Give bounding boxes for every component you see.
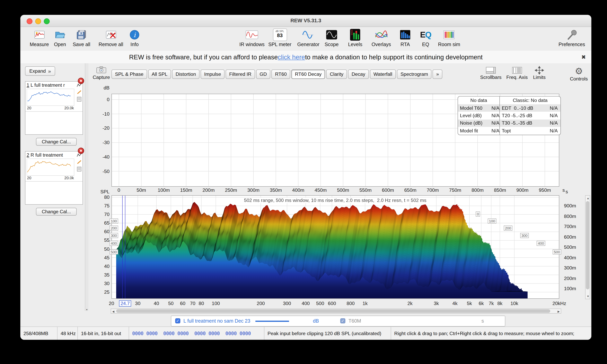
measurements-sidebar: Expand » ✖1 L full treatment r2020.0kCha… [24,63,88,315]
rta-button[interactable]: RTA [400,28,411,47]
freq-tick-5k: 5k [467,301,472,306]
freq-tick-50: 50 [168,301,174,306]
t60-axis-tick: 100m [564,286,576,291]
controls-button[interactable]: ⚙ Controls [568,66,590,82]
decay-xtick: 750m [449,187,461,193]
change-cal-button[interactable]: Change Cal... [36,208,77,216]
expand-button[interactable]: Expand » [25,66,55,76]
tab-all-spl[interactable]: All SPL [148,69,171,79]
limits-button[interactable]: Limits [530,66,549,80]
decay-xtick: 600m [382,187,394,193]
measurement-card[interactable]: ✖1 L full treatment r2020.0k [25,81,83,135]
tab-rt60[interactable]: RT60 [271,69,290,79]
freq-tick-80: 80 [199,301,204,306]
freq-tick-8k: 8k [497,301,502,306]
scroll-down-icon: ▼ [85,309,88,311]
open-folder-icon [55,28,66,41]
graph-tab-bar: SPL & PhaseAll SPLDistortionImpulseFilte… [111,69,442,79]
status-hint: Right click & drag to pan; Ctrl+Right cl… [391,327,591,340]
donation-link[interactable]: click here [278,53,305,61]
chevrons-right-icon: » [48,68,51,74]
tabs-overflow-button[interactable]: » [433,69,442,79]
scrollbars-toggle-button[interactable]: Scrollbars [479,66,503,80]
decay-ytick: -30 [102,140,110,145]
spl-ytick: 40 [104,263,110,269]
scroll-right-icon[interactable]: ▶ [558,309,560,314]
scroll-left-icon[interactable]: ◀ [112,309,114,314]
levels-button[interactable]: 0369 Levels [348,28,362,47]
spl-ytick: 60 [104,229,110,234]
t60-axis-tick: 500m [564,245,576,250]
measurement-title: 2 R full treatment [27,152,74,158]
decay-xtick: 700m [427,187,439,193]
room-sim-button[interactable]: Room sim [438,28,460,47]
t60-axis-unit: s [566,189,568,195]
measurement-card[interactable]: ✖2 R full treatment2020.0k [25,151,83,205]
ir-windows-button[interactable]: IR windows [239,28,265,47]
tab-decay[interactable]: Decay [348,69,369,79]
tab-spectrogram[interactable]: Spectrogram [397,69,432,79]
tab-clarity[interactable]: Clarity [326,69,347,79]
t60-axis-tick: 900m [564,203,576,208]
decay-ytick: -10 [102,111,110,117]
t60-axis-tick: 400m [564,255,576,260]
measurement-index: 2 [27,152,29,158]
hscroll-thumb[interactable] [116,309,550,313]
spl-ytick: 65 [104,221,110,226]
stats-label: Model T60 [458,105,486,111]
tab-spl-phase[interactable]: SPL & Phase [111,69,147,79]
remove-measurement-button[interactable]: ✖ [78,78,84,84]
legend-measurement-label[interactable]: L full treatment no sam Dec 23 [183,318,250,324]
vertical-scrollbar[interactable]: ▲ ▼ [585,195,590,299]
scroll-down-icon[interactable]: ▼ [587,294,589,298]
remove-all-button[interactable]: Remove all [98,28,123,47]
spl-ytick: 30 [104,281,110,286]
horizontal-scrollbar[interactable]: ◀ ▶ [111,309,561,314]
tab-rt60-decay[interactable]: RT60 Decay [291,69,325,79]
edit-icon[interactable] [77,160,82,164]
svg-text:★: ★ [35,31,38,35]
legend-t60m-label[interactable]: T60M [348,318,361,324]
freq-tick-6k: 6k [479,301,484,306]
freq-axis-button[interactable]: Freq. Axis [505,66,529,80]
tab-distortion[interactable]: Distortion [172,69,199,79]
tab-gd[interactable]: GD [256,69,270,79]
graph-legend: ✓ L full treatment no sam Dec 23 dB ✓ T6… [171,316,505,326]
tab-waterfall[interactable]: Waterfall [370,69,396,79]
expand-label: Expand [29,68,46,74]
notes-icon[interactable] [77,167,81,171]
scroll-up-icon[interactable]: ▲ [587,196,589,200]
edit-icon[interactable] [77,90,82,94]
preferences-button[interactable]: Preferences [558,28,585,47]
vscroll-thumb[interactable] [586,201,589,289]
banner-close-icon[interactable]: ✖ [581,54,586,60]
decay-xtick: 900m [516,187,529,193]
legend-checkbox-t60m[interactable]: ✓ [340,318,345,323]
capture-button[interactable]: Capture [90,66,113,80]
scope-button[interactable]: Scope [325,28,339,47]
spl-ytick: 50 [104,246,110,252]
stats-label: EDT 0..-10 dB [499,104,544,112]
decay-waterfall-plot[interactable] [111,195,559,299]
freq-tick-30: 30 [135,301,141,306]
tab-impulse[interactable]: Impulse [201,69,224,79]
decay-xtick: 50m [137,187,146,193]
remove-measurement-button[interactable]: ✖ [78,148,84,154]
freq-tick-100: 100 [212,301,220,306]
spl-meter-button[interactable]: dB SPL83 SPL meter [268,28,291,47]
measure-button[interactable]: ★ Measure [30,28,49,47]
decay-xtick: 500m [337,187,349,193]
change-cal-button[interactable]: Change Cal... [36,138,77,146]
notes-icon[interactable] [77,97,81,102]
save-all-button[interactable]: Save all [73,28,90,47]
overlays-button[interactable]: Overlays [372,28,391,47]
stats-label: Noise (dB) [458,120,486,126]
t60-axis-tick: 600m [564,234,576,240]
sidebar-scrollbar[interactable]: ▼ [85,63,88,311]
generator-button[interactable]: Generator [297,28,319,47]
eq-button[interactable]: EQ EQ [420,28,431,47]
info-button[interactable]: i Info [129,28,140,47]
legend-checkbox-measurement[interactable]: ✓ [175,318,180,323]
tab-filtered-ir[interactable]: Filtered IR [226,69,255,79]
open-button[interactable]: Open [54,28,66,47]
